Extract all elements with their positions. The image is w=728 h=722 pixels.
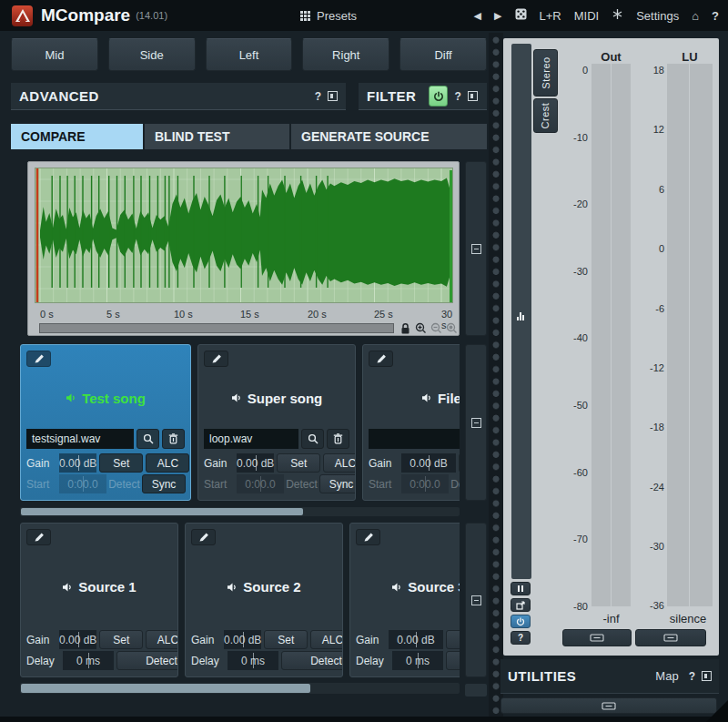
gain-value[interactable]: 0.00 dB: [59, 453, 96, 473]
waveform-scrollbar-thumb[interactable]: [39, 323, 394, 333]
detect-button[interactable]: Detect: [281, 651, 343, 670]
song-panel-file[interactable]: File Gain 0.00 dB Set ALC: [362, 344, 460, 501]
home-icon[interactable]: ⌂: [692, 9, 699, 23]
source-title[interactable]: Source 3: [356, 545, 460, 628]
detect-button[interactable]: Detect: [446, 651, 460, 670]
advanced-section-header[interactable]: ADVANCED ?: [11, 83, 346, 110]
help-icon[interactable]: ?: [712, 9, 719, 23]
song-title[interactable]: File: [369, 367, 460, 429]
set-button[interactable]: Set: [264, 630, 308, 649]
song-panel-super-song[interactable]: Super song loop.wav Gain 0.00 dB Set ALC: [197, 344, 356, 501]
random-preset-icon[interactable]: [515, 8, 527, 23]
song-title[interactable]: Super song: [204, 367, 349, 429]
filter-power-button[interactable]: [429, 86, 448, 107]
channel-left-button[interactable]: Left: [206, 38, 293, 71]
alc-button[interactable]: ALC: [146, 453, 189, 473]
waveform-collapse-strip[interactable]: [465, 161, 487, 336]
start-value[interactable]: 0:00.0: [401, 474, 449, 493]
source-panel-1[interactable]: Source 1 Gain 0.00 dB Set ALC Delay 0 ms…: [20, 523, 178, 677]
zoom-in-icon[interactable]: [415, 322, 428, 335]
channel-right-button[interactable]: Right: [302, 38, 389, 71]
sources-collapse-strip[interactable]: [465, 523, 487, 677]
zoom-fit-icon[interactable]: [446, 322, 459, 335]
advanced-help-icon[interactable]: ?: [315, 90, 321, 103]
edit-pencil-icon[interactable]: [369, 351, 393, 367]
panel-divider-handle[interactable]: [489, 33, 503, 717]
bottom-collapse-bar[interactable]: [500, 697, 717, 714]
gain-value[interactable]: 0.00 dB: [59, 630, 96, 649]
source-panel-3[interactable]: Source 3 Gain 0.00 dB Set ALC Delay 0 ms…: [349, 523, 460, 677]
tab-generate-source[interactable]: GENERATE SOURCE: [291, 124, 487, 149]
set-button[interactable]: Set: [277, 453, 320, 473]
alc-button[interactable]: ALC: [310, 630, 343, 649]
resize-grip[interactable]: [706, 700, 728, 722]
edit-pencil-icon[interactable]: [191, 529, 216, 545]
melda-logo-icon[interactable]: [12, 5, 33, 26]
channel-side-button[interactable]: Side: [108, 38, 196, 71]
meter-fader-strip[interactable]: [511, 44, 531, 579]
next-preset-button[interactable]: ▶: [494, 10, 501, 22]
gain-value[interactable]: 0.00 dB: [237, 453, 274, 473]
delay-value[interactable]: 0 ms: [392, 651, 443, 670]
utilities-window-icon[interactable]: [702, 671, 712, 681]
gain-value[interactable]: 0.00 dB: [389, 630, 443, 649]
song-title[interactable]: Test song: [26, 367, 185, 429]
presets-button[interactable]: Presets: [300, 9, 357, 23]
edit-pencil-icon[interactable]: [204, 351, 228, 367]
midi-learn-icon[interactable]: [612, 8, 623, 23]
previous-preset-button[interactable]: ◀: [474, 10, 481, 22]
lock-icon[interactable]: [399, 322, 412, 335]
sync-button[interactable]: Sync: [319, 474, 356, 493]
channel-mode-button[interactable]: L+R: [540, 9, 561, 23]
lu-meter-bar[interactable]: [667, 64, 713, 606]
browse-search-icon[interactable]: [136, 429, 159, 449]
map-button[interactable]: Map: [655, 669, 678, 683]
set-button[interactable]: Set: [446, 630, 460, 649]
settings-button[interactable]: Settings: [636, 9, 679, 23]
meter-popout-button[interactable]: [511, 598, 531, 612]
waveform-plot[interactable]: [35, 168, 453, 303]
file-name-field[interactable]: [369, 429, 460, 449]
detect-button[interactable]: Detect: [116, 651, 178, 670]
songs-scrollbar-thumb[interactable]: [21, 508, 303, 515]
zoom-out-icon[interactable]: [430, 322, 443, 335]
sources-scrollbar-thumb[interactable]: [21, 684, 310, 693]
start-value[interactable]: 0:00.0: [59, 474, 106, 493]
filter-help-icon[interactable]: ?: [454, 90, 460, 103]
source-panel-2[interactable]: Source 2 Gain 0.00 dB Set ALC Delay 0 ms…: [185, 523, 343, 677]
meter-help-button[interactable]: ?: [511, 631, 531, 645]
delete-trash-icon[interactable]: [162, 429, 185, 449]
filter-section-header[interactable]: FILTER ?: [359, 83, 487, 110]
lu-range-button[interactable]: [635, 629, 706, 646]
file-name-field[interactable]: loop.wav: [204, 429, 298, 449]
channel-diff-button[interactable]: Diff: [399, 38, 487, 71]
midi-button[interactable]: MIDI: [574, 9, 599, 23]
sources-scrollbar[interactable]: [20, 683, 460, 694]
start-value[interactable]: 0:00.0: [237, 474, 284, 493]
set-button[interactable]: Set: [99, 630, 143, 649]
utilities-section-header[interactable]: UTILITIES Map ?: [500, 659, 719, 694]
histogram-icon[interactable]: [517, 312, 526, 320]
songs-scrollbar[interactable]: [20, 507, 460, 516]
out-range-button[interactable]: [562, 629, 632, 646]
detect-label[interactable]: Detect: [287, 474, 317, 493]
delay-value[interactable]: 0 ms: [228, 651, 278, 670]
waveform-scrollbar[interactable]: [35, 322, 460, 335]
channel-mid-button[interactable]: Mid: [11, 38, 98, 71]
gain-value[interactable]: 0.00 dB: [224, 630, 261, 649]
sync-button[interactable]: Sync: [142, 474, 186, 493]
detect-label[interactable]: Detect: [109, 474, 139, 493]
source-title[interactable]: Source 2: [191, 545, 337, 628]
detect-label[interactable]: Detect: [451, 474, 460, 493]
crest-button[interactable]: Crest: [533, 98, 558, 133]
filter-window-icon[interactable]: [468, 91, 478, 101]
utilities-help-icon[interactable]: ?: [689, 670, 695, 683]
delete-trash-icon[interactable]: [327, 429, 349, 449]
songs-collapse-strip[interactable]: [465, 344, 487, 501]
out-meter-bars[interactable]: [592, 64, 631, 606]
edit-pencil-icon[interactable]: [26, 529, 51, 545]
browse-search-icon[interactable]: [301, 429, 324, 449]
meter-power-button[interactable]: [511, 615, 531, 628]
alc-button[interactable]: ALC: [146, 630, 178, 649]
tab-compare[interactable]: COMPARE: [11, 124, 143, 149]
